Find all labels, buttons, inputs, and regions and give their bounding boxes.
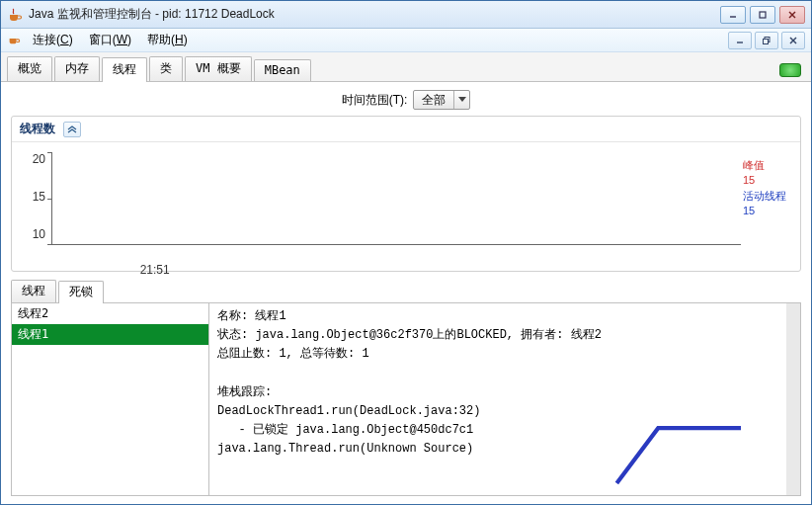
java-icon [7,7,23,23]
svg-rect-1 [760,12,766,18]
state-value: java.lang.Object@36c2f370上的BLOCKED, 拥有者:… [255,328,601,342]
tab-memory[interactable]: 内存 [54,56,100,81]
tab-overview[interactable]: 概览 [7,56,52,81]
ytick: 20 [33,152,45,166]
subtab-deadlock[interactable]: 死锁 [58,281,104,303]
connection-status-icon [779,63,801,77]
menu-help[interactable]: 帮助(H) [139,30,196,50]
thread-detail: 名称: 线程1 状态: java.lang.Object@36c2f370上的B… [209,303,800,495]
live-value: 15 [743,204,794,218]
chevron-up-icon [67,126,77,133]
stack-line: DeadLockThread1.run(DeadLock.java:32) [217,402,778,421]
scroll-thumb[interactable] [786,319,800,398]
section-title: 线程数 [20,121,55,137]
stack-line: - 已锁定 java.lang.Object@450dc7c1 [217,421,778,440]
java-icon-small [7,32,21,48]
maximize-button[interactable] [750,6,775,24]
time-range-value: 全部 [414,92,453,109]
ytick: 10 [33,227,45,241]
blocked-line: 总阻止数: 1, 总等待数: 1 [217,345,778,364]
live-label: 活动线程 [743,189,794,204]
y-axis: 20 15 10 [12,142,51,271]
thread-count-section: 线程数 20 15 10 [11,116,801,272]
chevron-down-icon [453,91,469,109]
close-button[interactable] [779,6,805,24]
collapse-button[interactable] [63,122,81,137]
scroll-up-button[interactable]: ▲ [786,303,800,317]
minimize-button[interactable] [720,6,746,24]
scrollbar[interactable]: ▲ ▼ [786,303,800,495]
menu-window[interactable]: 窗口(W) [81,30,139,50]
xtick: 21:51 [140,263,170,277]
titlebar: Java 监视和管理控制台 - pid: 11712 DeadLock [1,1,811,29]
app-window: Java 监视和管理控制台 - pid: 11712 DeadLock 连接(C… [0,0,812,505]
time-range-dropdown[interactable]: 全部 [413,90,470,110]
main-tabs: 概览 内存 线程 类 VM 概要 MBean [1,52,811,82]
scroll-down-button[interactable]: ▼ [786,481,800,495]
section-header: 线程数 [12,117,800,142]
stack-label: 堆栈跟踪: [217,383,778,402]
window-title: Java 监视和管理控制台 - pid: 11712 DeadLock [29,6,716,23]
menu-connection[interactable]: 连接(C) [25,30,81,50]
time-range-label: 时间范围(T): [342,92,408,109]
chart-legend: 峰值 15 活动线程 15 [741,142,800,271]
tab-mbean[interactable]: MBean [254,59,311,81]
state-label: 状态: [217,328,248,342]
stack-line: java.lang.Thread.run(Unknown Source) [217,440,778,459]
peak-label: 峰值 [743,158,794,173]
tab-threads[interactable]: 线程 [102,57,147,82]
name-label: 名称: [217,309,248,323]
name-value: 线程1 [255,309,285,323]
thread-chart: 20 15 10 21:51 [12,142,800,271]
mdi-minimize-button[interactable] [728,32,752,49]
mdi-close-button[interactable] [781,32,805,49]
plot-area: 21:51 [51,152,741,265]
mdi-restore-button[interactable] [755,32,778,49]
threads-panel: 时间范围(T): 全部 线程数 20 15 10 [1,82,811,504]
svg-rect-6 [764,39,769,43]
tab-vmsummary[interactable]: VM 概要 [185,56,252,81]
menubar: 连接(C) 窗口(W) 帮助(H) [1,29,811,52]
peak-value: 15 [743,173,794,188]
tab-classes[interactable]: 类 [149,56,183,81]
subtab-threads[interactable]: 线程 [11,280,56,302]
ytick: 15 [33,190,45,204]
time-range-toolbar: 时间范围(T): 全部 [1,82,811,116]
